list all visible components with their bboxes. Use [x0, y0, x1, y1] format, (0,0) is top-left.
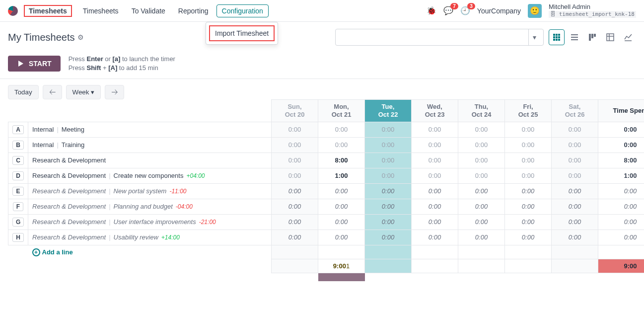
time-cell[interactable]: 0:00 [412, 137, 458, 153]
row-project[interactable]: Internal|Training [28, 137, 272, 153]
time-cell[interactable]: 0:00 [365, 230, 412, 245]
time-cell[interactable]: 0:00 [365, 137, 412, 153]
dropdown-import-timesheet[interactable]: Import Timesheet [209, 25, 275, 41]
time-cell[interactable]: 0:00 [318, 199, 365, 214]
time-cell[interactable]: 0:00 [552, 183, 598, 199]
time-cell[interactable]: 0:00 [458, 199, 505, 214]
debug-icon[interactable]: 🐞 [427, 6, 436, 15]
nav-timesheets[interactable]: Timesheets [78, 5, 124, 17]
time-cell[interactable]: 0:00 [412, 199, 458, 214]
time-cell[interactable]: 0:00 [365, 199, 412, 214]
time-cell[interactable]: 0:00 [412, 183, 458, 199]
row-key[interactable]: F [8, 199, 28, 214]
row-key[interactable]: G [8, 214, 28, 230]
scale-button[interactable]: Week ▾ [66, 85, 101, 99]
time-cell[interactable]: 0:00 [365, 214, 412, 230]
view-list-icon[interactable] [567, 29, 582, 45]
row-project[interactable]: Research & Development|Usability review+… [28, 230, 272, 245]
start-button[interactable]: START [8, 56, 61, 72]
row-key[interactable]: D [8, 168, 28, 183]
time-cell[interactable]: 0:00 [272, 153, 318, 168]
time-cell[interactable]: 0:00 [412, 122, 458, 137]
time-cell[interactable]: 1:00 [318, 168, 365, 183]
time-cell[interactable]: 0:00 [272, 183, 318, 199]
time-cell[interactable]: 0:00 [272, 122, 318, 137]
search-caret-icon[interactable]: ▾ [528, 29, 540, 45]
next-button[interactable]: 🡢 [105, 85, 124, 99]
time-cell[interactable]: 0:00 [272, 199, 318, 214]
view-grid-icon[interactable] [549, 29, 565, 45]
activities-icon[interactable]: 🕘3 [460, 6, 470, 15]
user-block[interactable]: Mitchell Admin 🗄 timesheet_import_knk-18 [549, 3, 636, 17]
time-cell[interactable]: 0:00 [458, 183, 505, 199]
time-cell[interactable]: 0:00 [505, 214, 552, 230]
app-name-highlight[interactable]: Timesheets [24, 5, 72, 17]
prev-button[interactable]: 🡠 [43, 85, 62, 99]
time-cell[interactable]: 0:00 [505, 153, 552, 168]
row-key[interactable]: E [8, 183, 28, 199]
time-cell[interactable]: 0:00 [505, 183, 552, 199]
row-project[interactable]: Research & Development|Create new compon… [28, 168, 272, 183]
row-project[interactable]: Research & Development|User interface im… [28, 214, 272, 230]
time-cell[interactable]: 0:00 [272, 214, 318, 230]
app-logo[interactable] [8, 6, 18, 16]
time-cell[interactable]: 0:00 [552, 199, 598, 214]
time-cell[interactable]: 0:00 [552, 214, 598, 230]
gear-icon[interactable]: ⚙ [77, 33, 84, 41]
time-cell[interactable]: 0:00 [505, 199, 552, 214]
time-cell[interactable]: 0:00 [365, 122, 412, 137]
messages-icon[interactable]: 💬7 [443, 6, 453, 15]
nav-reporting[interactable]: Reporting [173, 5, 214, 17]
time-cell[interactable]: 0:00 [412, 214, 458, 230]
view-graph-icon[interactable] [620, 29, 636, 45]
time-cell[interactable]: 0:00 [412, 168, 458, 183]
row-key[interactable]: B [8, 137, 28, 153]
time-cell[interactable]: 0:00 [318, 137, 365, 153]
nav-to-validate[interactable]: To Validate [127, 5, 170, 17]
view-pivot-icon[interactable] [602, 29, 618, 45]
row-project[interactable]: Research & Development [28, 153, 272, 168]
time-cell[interactable]: 0:00 [365, 183, 412, 199]
time-cell[interactable]: 0:00 [552, 122, 598, 137]
row-project[interactable]: Research & Development|Planning and budg… [28, 199, 272, 214]
time-cell[interactable]: 0:00 [458, 214, 505, 230]
time-cell[interactable]: 0:00 [552, 230, 598, 245]
time-cell[interactable]: 0:00 [272, 230, 318, 245]
time-cell[interactable]: 0:00 [505, 168, 552, 183]
time-cell[interactable]: 0:00 [272, 137, 318, 153]
time-cell[interactable]: 0:00 [318, 230, 365, 245]
time-cell[interactable]: 0:00 [318, 122, 365, 137]
time-cell[interactable]: 0:00 [505, 137, 552, 153]
row-key[interactable]: C [8, 153, 28, 168]
row-key[interactable]: A [8, 122, 28, 137]
time-cell[interactable]: 0:00 [552, 168, 598, 183]
time-cell[interactable]: 0:00 [365, 153, 412, 168]
row-project[interactable]: Internal|Meeting [28, 122, 272, 137]
hints-text: Press Enter or [a] to launch the timer P… [69, 55, 175, 73]
time-cell[interactable]: 0:00 [318, 183, 365, 199]
row-key[interactable]: H [8, 230, 28, 245]
time-cell[interactable]: 0:00 [458, 153, 505, 168]
time-cell[interactable]: 0:00 [365, 168, 412, 183]
time-cell[interactable]: 0:00 [412, 230, 458, 245]
search-box[interactable]: ▾ [335, 29, 544, 46]
time-cell[interactable]: 0:00 [458, 168, 505, 183]
today-button[interactable]: Today [8, 85, 39, 99]
nav-configuration[interactable]: Configuration [216, 4, 269, 17]
row-project[interactable]: Research & Development|New portal system… [28, 183, 272, 199]
avatar[interactable]: 🙂 [528, 4, 542, 18]
time-cell[interactable]: 8:00 [318, 153, 365, 168]
company-selector[interactable]: YourCompany [477, 7, 521, 15]
time-cell[interactable]: 0:00 [458, 137, 505, 153]
time-cell[interactable]: 0:00 [318, 214, 365, 230]
time-cell[interactable]: 0:00 [505, 230, 552, 245]
time-cell[interactable]: 0:00 [552, 137, 598, 153]
time-cell[interactable]: 0:00 [412, 153, 458, 168]
time-cell[interactable]: 0:00 [552, 153, 598, 168]
view-kanban-icon[interactable] [584, 29, 600, 45]
time-cell[interactable]: 0:00 [272, 168, 318, 183]
time-cell[interactable]: 0:00 [458, 122, 505, 137]
add-line-button[interactable]: +Add a line [32, 248, 73, 256]
time-cell[interactable]: 0:00 [505, 122, 552, 137]
time-cell[interactable]: 0:00 [458, 230, 505, 245]
